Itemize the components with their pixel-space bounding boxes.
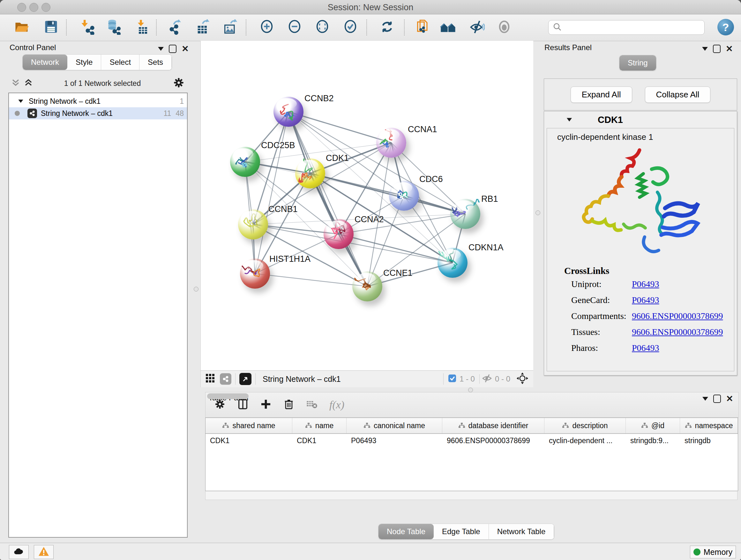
panel-close-icon[interactable]: ✕	[182, 46, 189, 52]
expand-all-button[interactable]: Expand All	[570, 86, 632, 103]
tab-network[interactable]: Network	[23, 55, 67, 70]
refresh-button[interactable]	[378, 18, 396, 37]
panel-collapse-icon[interactable]	[702, 47, 708, 51]
collection-expand-caret-icon[interactable]	[18, 100, 23, 103]
right-splitter-grip[interactable]	[536, 210, 540, 215]
panel-float-icon[interactable]	[713, 395, 721, 403]
show-graphics-button[interactable]	[495, 18, 513, 37]
scrollbar-thumb[interactable]	[207, 393, 249, 399]
network-collection-row[interactable]: String Network – cdk1 1	[9, 95, 187, 107]
import-network-database-button[interactable]	[105, 18, 123, 37]
column-header-description[interactable]: description	[544, 418, 626, 433]
export-network-button[interactable]	[166, 18, 185, 37]
zoom-out-button[interactable]	[286, 18, 304, 37]
table-cell[interactable]: P06493	[347, 436, 442, 445]
network-canvas[interactable]: CCNB2CCNA1CDC25BCDK1CDC6RB1CCNB1CCNA2CDK…	[200, 41, 533, 370]
crosslink-link[interactable]: P06493	[632, 295, 659, 305]
column-header-name[interactable]: name	[292, 418, 347, 433]
save-session-button[interactable]	[42, 18, 60, 37]
birdseye-view-icon[interactable]	[239, 373, 252, 385]
cloud-status-button[interactable]	[9, 545, 29, 559]
tab-sets[interactable]: Sets	[139, 55, 172, 70]
zoom-selected-button[interactable]	[341, 18, 359, 37]
grid-view-icon[interactable]	[205, 373, 215, 385]
import-table-button[interactable]	[134, 18, 152, 37]
network-node-CDC25B[interactable]	[230, 147, 260, 177]
panel-close-icon[interactable]: ✕	[726, 46, 733, 52]
tab-select[interactable]: Select	[101, 55, 139, 70]
hide-unhide-button[interactable]	[468, 18, 486, 37]
network-node-CCNA1[interactable]	[376, 128, 406, 158]
function-builder-button: f(x)	[329, 399, 344, 411]
network-status-bar: String Network – cdk1 1 - 0 0 - 0	[200, 370, 533, 387]
protein-card-header[interactable]: CDK1	[544, 111, 737, 128]
crosslink-link[interactable]: 9606.ENSP00000378699	[632, 311, 723, 321]
network-node-HIST1H1A[interactable]	[240, 259, 270, 289]
pan-crosshair-icon[interactable]	[516, 372, 529, 386]
column-header-canonical-name[interactable]: canonical name	[347, 418, 442, 433]
column-header-namespace[interactable]: namespace	[680, 418, 738, 433]
import-network-file-button[interactable]	[79, 18, 97, 37]
crosslink-link[interactable]: P06493	[632, 279, 659, 289]
left-splitter-grip[interactable]	[194, 287, 199, 292]
tab-network-table[interactable]: Network Table	[489, 524, 554, 539]
tab-style[interactable]: Style	[67, 55, 101, 70]
column-header-@id[interactable]: @id	[626, 418, 680, 433]
table-cell[interactable]: 9606.ENSP00000378699	[442, 436, 544, 445]
network-node-CCNB1[interactable]	[238, 209, 268, 240]
network-node-CCNA2[interactable]	[324, 219, 354, 249]
column-header-shared-name[interactable]: shared name	[205, 418, 292, 433]
tab-node-table[interactable]: Node Table	[379, 524, 434, 539]
clone-network-button[interactable]	[414, 18, 432, 37]
collapse-all-icon[interactable]	[11, 78, 20, 89]
network-badge-icon[interactable]	[220, 373, 231, 385]
create-column-icon[interactable]	[260, 398, 272, 412]
collapse-all-button[interactable]: Collapse All	[645, 86, 711, 103]
panel-collapse-icon[interactable]	[702, 397, 708, 401]
network-row-selected[interactable]: String Network – cdk1 11 48	[9, 107, 187, 119]
panel-float-icon[interactable]	[169, 45, 177, 53]
export-table-button[interactable]	[194, 18, 212, 37]
warning-status-button[interactable]	[34, 545, 54, 559]
zoom-fit-button[interactable]	[313, 18, 331, 37]
zoom-in-button[interactable]	[258, 18, 276, 37]
network-node-CCNE1[interactable]	[352, 271, 382, 301]
network-edge[interactable]	[339, 234, 453, 263]
help-button[interactable]: ?	[718, 19, 734, 36]
network-edge[interactable]	[288, 112, 391, 143]
table-cell[interactable]: CDK1	[205, 436, 292, 445]
tree-options-gear-icon[interactable]	[172, 76, 185, 90]
protein-expand-caret-icon[interactable]	[567, 118, 572, 122]
crosslink-link[interactable]: 9606.ENSP00000378699	[632, 327, 723, 337]
network-edge[interactable]	[255, 273, 367, 287]
open-session-button[interactable]	[13, 18, 30, 37]
delete-column-icon[interactable]	[283, 398, 295, 412]
table-cell[interactable]: stringdb:9...	[626, 436, 680, 445]
expand-all-icon[interactable]	[24, 78, 32, 89]
panel-close-icon[interactable]: ✕	[726, 395, 733, 402]
panel-float-icon[interactable]	[713, 45, 721, 53]
table-cell[interactable]: stringdb	[680, 436, 738, 445]
export-image-button[interactable]	[221, 18, 239, 37]
table-cell[interactable]: CDK1	[292, 436, 347, 445]
panel-collapse-icon[interactable]	[158, 47, 164, 51]
network-node-CCNB2[interactable]	[273, 97, 304, 127]
network-node-CDKN1A[interactable]	[437, 248, 468, 278]
home-networks-button[interactable]	[440, 18, 457, 37]
tab-string[interactable]: String	[619, 55, 656, 71]
network-edge[interactable]	[255, 112, 288, 273]
tab-edge-table[interactable]: Edge Table	[434, 524, 489, 539]
results-panel-title: Results Panel	[544, 43, 592, 52]
network-node-CDK1[interactable]	[295, 159, 325, 188]
selected-checkbox-icon[interactable]	[448, 374, 457, 384]
horizontal-splitter-grip[interactable]	[468, 388, 473, 392]
table-row[interactable]: CDK1CDK1P064939606.ENSP00000378699cyclin…	[205, 434, 738, 447]
network-node-CDC6[interactable]	[389, 181, 419, 211]
crosslink-link[interactable]: P06493	[632, 343, 659, 353]
table-cell[interactable]: cyclin-dependent ...	[544, 436, 626, 445]
network-node-RB1[interactable]	[450, 199, 480, 229]
search-input[interactable]	[562, 23, 704, 32]
column-header-database-identifier[interactable]: database identifier	[442, 418, 544, 433]
table-horizontal-scrollbar[interactable]	[205, 491, 738, 500]
memory-button[interactable]: Memory	[690, 546, 736, 558]
